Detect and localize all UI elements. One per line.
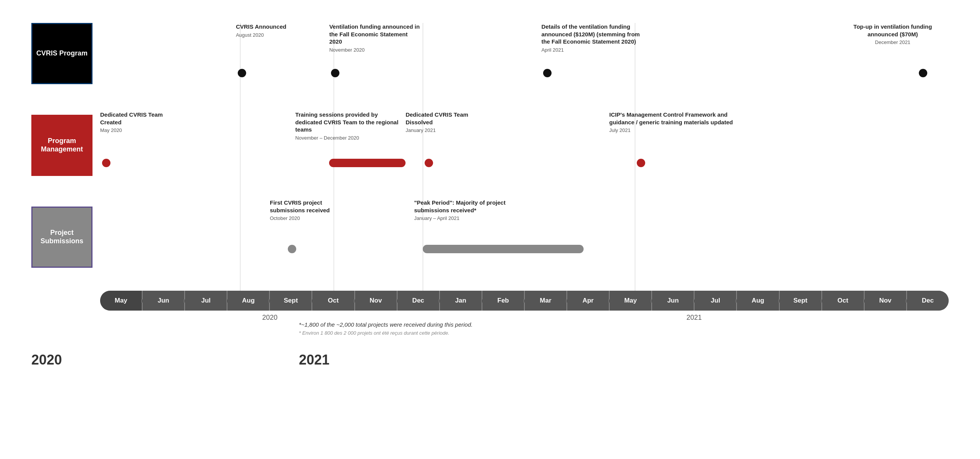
big-year-2021: 2021 bbox=[299, 352, 329, 368]
cvris-label: CVRIS Program bbox=[36, 49, 88, 58]
month-may-2020-label: May bbox=[115, 297, 127, 304]
event-first-submissions: First CVRIS project submissions received… bbox=[270, 199, 358, 221]
first-submissions-title: First CVRIS project submissions received bbox=[270, 199, 358, 214]
team-dissolved-title: Dedicated CVRIS Team Dissolved bbox=[406, 111, 482, 126]
event-icip-management: ICIP's Management Control Framework and … bbox=[609, 111, 739, 133]
training-sessions-bar bbox=[329, 159, 406, 167]
icip-management-dot bbox=[637, 159, 645, 167]
month-oct-2021: Oct▶ bbox=[822, 291, 865, 311]
month-feb-2021: Feb▶ bbox=[482, 291, 525, 311]
month-oct-2020: Oct▶ bbox=[312, 291, 355, 311]
icip-management-title: ICIP's Management Control Framework and … bbox=[609, 111, 739, 126]
month-apr-2021: Apr▶ bbox=[567, 291, 610, 311]
row-labels: CVRIS Program ProgramManagement ProjectS… bbox=[31, 23, 92, 268]
event-cvris-announced: CVRIS Announced August 2020 bbox=[236, 23, 320, 38]
project-label: ProjectSubmissions bbox=[41, 229, 83, 245]
event-team-created: Dedicated CVRIS Team Created May 2020 bbox=[100, 111, 184, 133]
row-label-program: ProgramManagement bbox=[31, 115, 92, 176]
vline-jan2021 bbox=[423, 23, 423, 298]
month-nov-2021: Nov▶ bbox=[865, 291, 907, 311]
team-dissolved-date: January 2021 bbox=[406, 127, 482, 133]
month-aug-2021: Aug▶ bbox=[737, 291, 779, 311]
footer-notes: *~1,800 of the ~2,000 total projects wer… bbox=[299, 321, 643, 336]
year-2021-label: 2021 bbox=[440, 314, 949, 322]
month-jun-2020: Jun▶ bbox=[143, 291, 185, 311]
event-training-sessions: Training sessions provided by dedicated … bbox=[295, 111, 399, 141]
timeline-ruler: May ▶ Jun▶ Jul▶ Aug▶ Sept▶ Oct▶ Nov▶ Dec… bbox=[100, 291, 949, 311]
training-sessions-date: November – December 2020 bbox=[295, 135, 399, 141]
program-label: ProgramManagement bbox=[41, 137, 83, 153]
training-sessions-title: Training sessions provided by dedicated … bbox=[295, 111, 399, 133]
ventilation-funding-dot bbox=[331, 69, 339, 77]
peak-period-date: January – April 2021 bbox=[414, 215, 521, 221]
event-ventilation-funding: Ventilation funding announced in the Fal… bbox=[329, 23, 421, 53]
team-dissolved-dot bbox=[425, 159, 433, 167]
team-created-dot bbox=[102, 159, 110, 167]
month-sept-2021: Sept▶ bbox=[780, 291, 822, 311]
year-2020-label: 2020 bbox=[100, 314, 440, 322]
year-labels-row: 2020 2021 bbox=[100, 314, 949, 322]
event-topup-ventilation: Top-up in ventilation funding announced … bbox=[847, 23, 939, 45]
timeline-area: CVRIS Announced August 2020 Ventilation … bbox=[100, 23, 949, 298]
arrow-may: ▶ bbox=[141, 298, 144, 303]
footer-note-fr: * Environ 1 800 des 2 000 projets ont ét… bbox=[299, 330, 643, 336]
timeline-ruler-container: May ▶ Jun▶ Jul▶ Aug▶ Sept▶ Oct▶ Nov▶ Dec… bbox=[100, 291, 949, 322]
month-may-2021: May▶ bbox=[610, 291, 652, 311]
footer-note-en: *~1,800 of the ~2,000 total projects wer… bbox=[299, 321, 643, 328]
cvris-announced-date: August 2020 bbox=[236, 32, 320, 38]
peak-period-title: "Peak Period": Majority of project submi… bbox=[414, 199, 521, 214]
details-ventilation-date: April 2021 bbox=[541, 47, 648, 53]
month-aug-2020: Aug▶ bbox=[227, 291, 270, 311]
month-sept-2020: Sept▶ bbox=[270, 291, 312, 311]
topup-ventilation-title: Top-up in ventilation funding announced … bbox=[847, 23, 939, 38]
month-jun-2021: Jun▶ bbox=[652, 291, 694, 311]
ventilation-funding-date: November 2020 bbox=[329, 47, 421, 53]
vline-aug2020 bbox=[240, 23, 240, 298]
month-jul-2021: Jul▶ bbox=[694, 291, 737, 311]
topup-ventilation-date: December 2021 bbox=[847, 39, 939, 45]
event-team-dissolved: Dedicated CVRIS Team Dissolved January 2… bbox=[406, 111, 482, 133]
ventilation-funding-title: Ventilation funding announced in the Fal… bbox=[329, 23, 421, 46]
main-container: CVRIS Program ProgramManagement ProjectS… bbox=[31, 0, 949, 298]
cvris-announced-dot bbox=[238, 69, 246, 77]
month-may-2020: May ▶ bbox=[100, 291, 143, 311]
month-dec-2020: Dec▶ bbox=[398, 291, 440, 311]
topup-ventilation-dot bbox=[919, 69, 927, 77]
details-ventilation-title: Details of the ventilation funding annou… bbox=[541, 23, 648, 46]
cvris-announced-title: CVRIS Announced bbox=[236, 23, 320, 31]
first-submissions-date: October 2020 bbox=[270, 215, 358, 221]
month-nov-2020: Nov▶ bbox=[355, 291, 398, 311]
team-created-date: May 2020 bbox=[100, 127, 184, 133]
vline-jul2021 bbox=[635, 23, 635, 298]
event-details-ventilation: Details of the ventilation funding annou… bbox=[541, 23, 648, 53]
first-submissions-dot bbox=[288, 245, 296, 253]
event-peak-period: "Peak Period": Majority of project submi… bbox=[414, 199, 521, 221]
row-label-cvris: CVRIS Program bbox=[31, 23, 92, 84]
month-jul-2020: Jul▶ bbox=[185, 291, 227, 311]
peak-period-bar bbox=[423, 245, 584, 253]
details-ventilation-dot bbox=[543, 69, 552, 77]
month-jan-2021: Jan▶ bbox=[440, 291, 482, 311]
month-mar-2021: Mar▶ bbox=[525, 291, 567, 311]
month-dec-2021: Dec bbox=[907, 291, 949, 311]
big-year-2020: 2020 bbox=[31, 352, 62, 368]
row-label-project: ProjectSubmissions bbox=[31, 207, 92, 268]
team-created-title: Dedicated CVRIS Team Created bbox=[100, 111, 184, 126]
icip-management-date: July 2021 bbox=[609, 127, 739, 133]
